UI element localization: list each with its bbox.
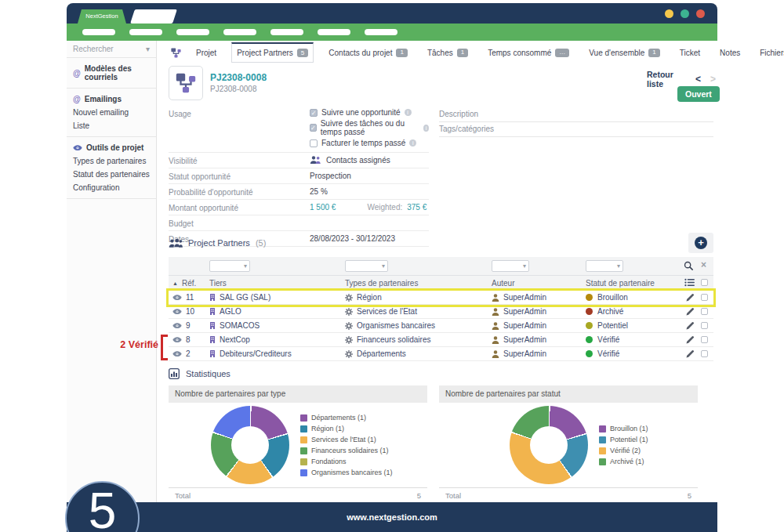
checkbox[interactable]: ✓: [310, 124, 317, 132]
row-checkbox[interactable]: [701, 322, 708, 329]
sidebar-item-nouvel-emailing[interactable]: Nouvel emailing: [67, 106, 156, 119]
tab-label: Ticket: [680, 49, 700, 57]
usage-option-label: Suivre des tâches ou du temps passé: [321, 119, 419, 136]
cell-tiers: Debiteurs/Crediteurs: [209, 349, 345, 358]
row-checkbox[interactable]: [701, 336, 708, 343]
nav-pill-placeholder[interactable]: [176, 29, 209, 35]
footer: www.nextgestion.com: [67, 502, 717, 532]
legend-item: Vérifié (2): [599, 447, 648, 454]
checkbox[interactable]: ✓: [310, 109, 318, 117]
chevron-down-icon: ▾: [146, 45, 150, 53]
edit-pencil-icon[interactable]: [686, 293, 695, 302]
column-header-tiers[interactable]: Tiers: [209, 279, 345, 288]
tab-t-ches[interactable]: Tâches1: [423, 42, 473, 63]
chart-legend: Brouillon (1)Potentiel (1)Vérifié (2)Arc…: [599, 425, 648, 465]
checkbox[interactable]: [310, 139, 318, 147]
filter-select[interactable]: ▾: [492, 260, 529, 272]
view-icon[interactable]: [172, 309, 182, 314]
tab-notes[interactable]: Notes: [715, 42, 745, 63]
sidebar-search-select[interactable]: Rechercher ▾: [67, 41, 156, 58]
usage-option: Facturer le temps passéi: [310, 139, 429, 147]
tab-contacts-du-projet[interactable]: Contacts du projet1: [324, 42, 412, 63]
field-value: Contacts assignés: [310, 155, 390, 165]
row-checkbox[interactable]: [701, 308, 708, 315]
tab-projet[interactable]: Projet: [191, 42, 221, 63]
view-icon[interactable]: [172, 351, 182, 356]
maximize-dot[interactable]: [681, 9, 689, 18]
view-icon[interactable]: [172, 295, 182, 300]
view-icon[interactable]: [172, 323, 182, 328]
close-dot[interactable]: [696, 9, 705, 18]
legend-label: Organismes bancaires (1): [311, 469, 393, 476]
legend-item: Organismes bancaires (1): [300, 469, 393, 476]
prev-chevron-icon[interactable]: <: [695, 74, 701, 85]
sidebar-item-configuration[interactable]: Configuration: [67, 181, 156, 194]
search-icon[interactable]: [684, 261, 693, 270]
table-row[interactable]: 9SOMACOSOrganismes bancairesSuperAdminPo…: [169, 319, 713, 333]
sidebar-item-emailings[interactable]: @Emailings: [67, 92, 156, 106]
nav-pill-placeholder[interactable]: [365, 29, 397, 35]
nav-pill-placeholder[interactable]: [223, 29, 256, 35]
brand-tab[interactable]: NextGestion: [78, 9, 126, 24]
edit-pencil-icon[interactable]: [686, 349, 695, 358]
tab-vue-d-ensemble[interactable]: Vue d'ensemble1: [584, 42, 664, 63]
usage-options: ✓Suivre une opportunitéi✓Suivre des tâch…: [310, 108, 429, 150]
chart-panel-title: Nombre de partenaires par statut: [439, 385, 698, 403]
sidebar-item-types-de-partenaires[interactable]: Types de partenaires: [67, 154, 156, 168]
tab-label: Project Partners: [237, 49, 293, 57]
sidebar-item-mod-les-des-courriels[interactable]: @Modèles des courriels: [67, 62, 156, 84]
tab-fichiers-joints[interactable]: Fichiers joints: [755, 42, 784, 63]
sidebar-item-liste[interactable]: Liste: [67, 119, 156, 132]
sidebar: Rechercher ▾ @Modèles des courriels@Emai…: [67, 41, 157, 502]
column-header-ref[interactable]: ▲Réf.: [169, 279, 209, 288]
sidebar-item-statut-des-partenaires[interactable]: Statut des partenaires: [67, 168, 156, 181]
view-icon[interactable]: [172, 337, 182, 342]
user-icon: [492, 336, 499, 344]
annotation-text: 2 Vérifié: [93, 339, 158, 350]
description-field[interactable]: Description: [439, 107, 713, 122]
nav-pill-placeholder[interactable]: [129, 29, 162, 35]
auteur-value: SuperAdmin: [503, 307, 546, 316]
filter-select[interactable]: ▾: [209, 260, 250, 272]
edit-pencil-icon[interactable]: [686, 321, 695, 330]
table-row[interactable]: 2Debiteurs/CrediteursDépartementsSuperAd…: [169, 347, 713, 361]
minimize-dot[interactable]: [665, 9, 673, 18]
table-row[interactable]: 8NextCopFinanceurs solidairesSuperAdminV…: [169, 333, 713, 347]
column-header-statut[interactable]: Statut de partenaire: [586, 279, 674, 288]
sidebar-item-outils-de-projet[interactable]: Outils de projet: [67, 141, 156, 154]
status-open-button[interactable]: Ouvert: [677, 86, 720, 102]
column-header-types[interactable]: Types de partenaires: [345, 279, 492, 288]
select-all-checkbox[interactable]: [701, 279, 708, 286]
gear-icon: [345, 336, 353, 344]
edit-pencil-icon[interactable]: [686, 335, 695, 344]
next-chevron-icon[interactable]: >: [710, 74, 716, 85]
column-header-auteur[interactable]: Auteur: [492, 279, 586, 288]
edit-pencil-icon[interactable]: [686, 307, 695, 316]
field-label: Usage: [169, 108, 310, 118]
nav-pill-placeholder[interactable]: [82, 29, 115, 35]
table-row[interactable]: 10AGLOServices de l'EtatSuperAdminArchiv…: [169, 305, 713, 319]
project-tabs: ProjetProject Partners5Contacts du proje…: [171, 42, 715, 63]
tags-field[interactable]: Tags/catégories: [439, 122, 713, 137]
clear-filter-icon[interactable]: ×: [701, 259, 706, 270]
partners-group-icon: [169, 238, 183, 248]
annotation-bracket: [161, 335, 168, 360]
row-checkbox[interactable]: [701, 294, 708, 301]
filter-select[interactable]: ▾: [345, 260, 388, 272]
tab-ticket[interactable]: Ticket: [675, 42, 705, 63]
nav-pill-placeholder[interactable]: [270, 29, 303, 35]
chart-total-row: Total5: [169, 487, 427, 502]
ref-value: 10: [186, 307, 194, 316]
field-label: Budget: [169, 218, 310, 228]
row-checkbox[interactable]: [701, 350, 708, 357]
tab-project-partners[interactable]: Project Partners5: [231, 42, 314, 63]
table-row[interactable]: 11SAL GG (SAL)RégionSuperAdminBrouillon: [169, 291, 713, 305]
statut-value: Vérifié: [597, 349, 619, 358]
nav-pill-placeholder[interactable]: [318, 29, 350, 35]
tab-temps-consomm-[interactable]: Temps consommé…: [483, 42, 574, 63]
cell-statut: Vérifié: [586, 349, 674, 358]
project-fields: Usage✓Suivre une opportunitéi✓Suivre des…: [169, 106, 429, 247]
filter-select[interactable]: ▾: [586, 260, 623, 272]
ghost-tab[interactable]: [130, 9, 177, 24]
add-partner-button[interactable]: +: [688, 233, 713, 253]
